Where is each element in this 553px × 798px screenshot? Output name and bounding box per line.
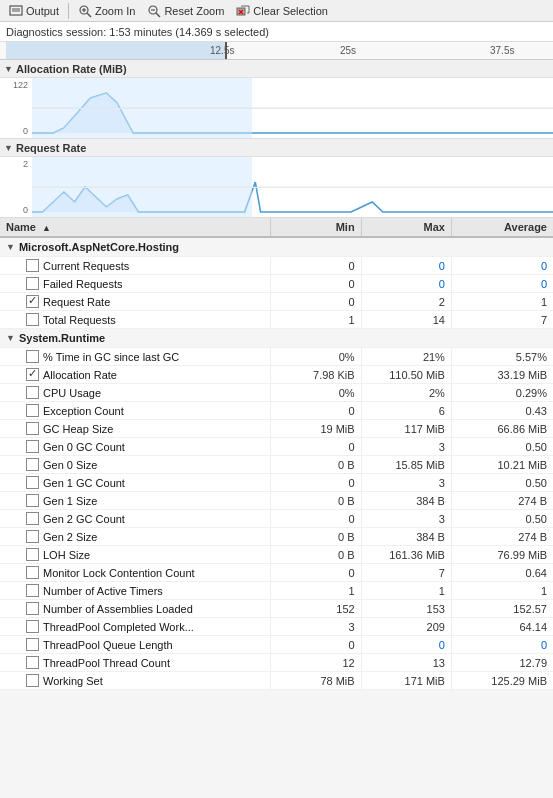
row-checkbox[interactable] [26,350,39,363]
row-max: 15.85 MiB [361,456,451,474]
row-max: 3 [361,510,451,528]
col-header-avg[interactable]: Average [451,218,553,237]
row-checkbox[interactable] [26,656,39,669]
row-checkbox[interactable] [26,584,39,597]
table-row: CPU Usage 0% 2% 0.29% [0,384,553,402]
row-avg: 33.19 MiB [451,366,553,384]
row-name-cell: Gen 0 Size [0,456,271,474]
table-row: Gen 1 Size 0 B 384 B 274 B [0,492,553,510]
row-checkbox[interactable] [26,566,39,579]
row-label: % Time in GC since last GC [43,351,179,363]
row-max: 14 [361,311,451,329]
row-checkbox[interactable] [26,602,39,615]
row-checkbox[interactable] [26,440,39,453]
row-name-cell: Gen 0 GC Count [0,438,271,456]
clear-selection-icon [236,4,250,18]
row-checkbox[interactable] [26,386,39,399]
row-avg: 76.99 MiB [451,546,553,564]
row-label: Gen 1 GC Count [43,477,125,489]
row-name-cell: Number of Assemblies Loaded [0,600,271,618]
reset-zoom-button[interactable]: Reset Zoom [142,3,229,19]
row-checkbox[interactable] [26,620,39,633]
row-max: 7 [361,564,451,582]
row-checkbox[interactable] [26,404,39,417]
output-label: Output [26,5,59,17]
row-max: 2 [361,293,451,311]
table-row: Gen 2 Size 0 B 384 B 274 B [0,528,553,546]
row-name-cell: Number of Active Timers [0,582,271,600]
timeline-ruler[interactable]: 12.5s 25s 37.5s [0,42,553,60]
row-min: 0 [271,474,361,492]
chart-allocation-rate-body: 122 0 [0,78,553,138]
row-min: 19 MiB [271,420,361,438]
col-header-max[interactable]: Max [361,218,451,237]
row-avg: 274 B [451,528,553,546]
row-checkbox[interactable] [26,530,39,543]
row-name-cell: Gen 2 Size [0,528,271,546]
sort-icon: ▲ [42,223,51,233]
ruler-tick-25: 25s [340,45,356,56]
row-max: 3 [361,438,451,456]
row-max: 0 [361,636,451,654]
row-checkbox[interactable] [26,638,39,651]
group-name: System.Runtime [19,332,105,344]
row-avg: 12.79 [451,654,553,672]
table-row: Request Rate 0 2 1 [0,293,553,311]
table-row: ThreadPool Completed Work... 3 209 64.14 [0,618,553,636]
row-checkbox[interactable] [26,512,39,525]
row-label: Number of Active Timers [43,585,163,597]
table-body: ▼ Microsoft.AspNetCore.Hosting Current R… [0,237,553,690]
row-checkbox[interactable] [26,368,39,381]
svg-line-8 [156,13,160,17]
table-row: Total Requests 1 14 7 [0,311,553,329]
row-name-cell: GC Heap Size [0,420,271,438]
chart-request-rate-body: 2 0 [0,157,553,217]
row-name-cell: Gen 1 GC Count [0,474,271,492]
row-name-cell: ThreadPool Completed Work... [0,618,271,636]
row-checkbox[interactable] [26,259,39,272]
row-max: 384 B [361,528,451,546]
group-triangle: ▼ [6,242,15,252]
col-header-min[interactable]: Min [271,218,361,237]
row-label: Allocation Rate [43,369,117,381]
row-avg: 0.50 [451,474,553,492]
row-checkbox[interactable] [26,422,39,435]
row-avg: 0 [451,636,553,654]
row-checkbox[interactable] [26,277,39,290]
output-button[interactable]: Output [4,3,64,19]
zoom-in-button[interactable]: Zoom In [73,3,140,19]
row-avg: 5.57% [451,348,553,366]
ruler-tick-12: 12.5s [210,45,234,56]
row-checkbox[interactable] [26,295,39,308]
row-checkbox[interactable] [26,548,39,561]
row-name-cell: Working Set [0,672,271,690]
row-avg: 64.14 [451,618,553,636]
table-row: Allocation Rate 7.98 KiB 110.50 MiB 33.1… [0,366,553,384]
row-min: 0 [271,510,361,528]
row-label: ThreadPool Completed Work... [43,621,194,633]
chart-allocation-rate-y-labels: 122 0 [0,78,30,138]
chart-request-triangle: ▼ [4,143,13,153]
chart-request-rate-plot [32,157,553,217]
row-checkbox[interactable] [26,313,39,326]
row-min: 1 [271,582,361,600]
table-row: Exception Count 0 6 0.43 [0,402,553,420]
row-checkbox[interactable] [26,494,39,507]
row-avg: 125.29 MiB [451,672,553,690]
row-checkbox[interactable] [26,674,39,687]
row-label: Number of Assemblies Loaded [43,603,193,615]
row-checkbox[interactable] [26,476,39,489]
clear-selection-button[interactable]: Clear Selection [231,3,333,19]
row-avg: 0 [451,257,553,275]
row-checkbox[interactable] [26,458,39,471]
row-label: Total Requests [43,314,116,326]
row-min: 0 [271,564,361,582]
col-header-name[interactable]: Name ▲ [0,218,271,237]
row-name-cell: ThreadPool Queue Length [0,636,271,654]
row-label: LOH Size [43,549,90,561]
row-max: 21% [361,348,451,366]
row-label: Current Requests [43,260,129,272]
row-avg: 1 [451,582,553,600]
group-triangle: ▼ [6,333,15,343]
row-min: 0 [271,438,361,456]
